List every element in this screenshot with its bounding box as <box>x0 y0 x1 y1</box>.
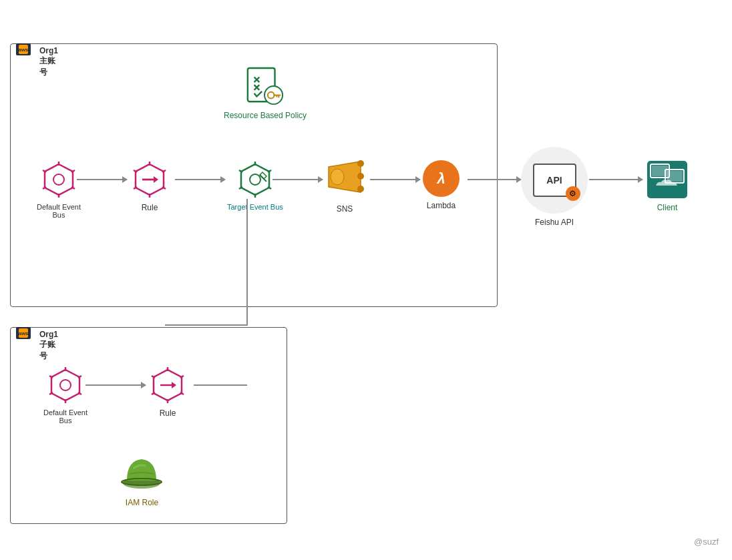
sns-label: SNS <box>337 204 353 214</box>
aws-logo-sub: aws <box>19 328 28 338</box>
iam-role: IAM Role <box>120 454 164 507</box>
client: Client <box>647 160 688 212</box>
aws-logo-main: aws <box>19 45 28 54</box>
default-event-bus-2-label: Default Event Bus <box>39 408 92 425</box>
target-event-bus-label: Target Event Bus <box>227 203 283 211</box>
default-event-bus-2: Default Event Bus <box>39 366 92 425</box>
rule-2: Rule <box>148 366 187 418</box>
api-text: API <box>546 175 562 186</box>
sub-org-label: Org1 子账号 <box>39 330 58 362</box>
lambda-icon: λ <box>423 160 460 197</box>
arrow-sub-2 <box>194 384 247 386</box>
svg-point-40 <box>357 186 364 192</box>
rule-2-label: Rule <box>160 408 176 418</box>
resource-based-policy: Resource Based Policy <box>224 67 307 120</box>
lambda-label: Lambda <box>427 201 455 210</box>
svg-point-54 <box>60 380 71 390</box>
watermark: @suzf <box>694 537 719 547</box>
svg-marker-25 <box>154 176 158 183</box>
arrow-1 <box>77 179 127 180</box>
vertical-connector <box>246 199 248 326</box>
target-event-bus: Target Event Bus <box>227 160 283 211</box>
api-gateway-circle: API ⚙ <box>521 147 588 214</box>
svg-marker-62 <box>172 382 176 388</box>
arrow-6 <box>589 179 643 180</box>
svg-point-38 <box>357 160 364 167</box>
main-aws-badge: aws Org1 主账号 <box>16 43 31 55</box>
arrow-3 <box>272 179 323 180</box>
client-label: Client <box>657 203 678 212</box>
svg-point-17 <box>53 174 64 185</box>
arrow-2 <box>175 179 225 180</box>
arrow-5 <box>468 179 521 180</box>
iam-role-label: IAM Role <box>126 498 158 507</box>
default-event-bus-1-label: Default Event Bus <box>32 203 85 219</box>
lambda: λ Lambda <box>423 160 460 210</box>
svg-marker-47 <box>51 370 79 400</box>
rbp-icon <box>245 67 285 107</box>
svg-point-34 <box>250 174 260 185</box>
arrow-sub-1 <box>85 384 146 386</box>
svg-point-41 <box>331 169 344 185</box>
horizontal-connector <box>165 324 248 326</box>
arrow-4 <box>370 179 420 180</box>
feishu-api-label: Feishu API <box>535 218 574 227</box>
sns: SNS <box>325 160 364 214</box>
diagram: aws Org1 主账号 aws Org1 子账号 <box>0 0 732 560</box>
svg-point-39 <box>357 173 364 180</box>
api-icon: API ⚙ <box>533 164 576 197</box>
api-gear: ⚙ <box>566 186 580 201</box>
rbp-label: Resource Based Policy <box>224 111 307 120</box>
rule-1-label: Rule <box>142 203 158 212</box>
main-org-label: Org1 主账号 <box>39 46 58 78</box>
feishu-api: API ⚙ Feishu API <box>521 147 588 227</box>
sub-aws-badge: aws Org1 子账号 <box>16 327 31 339</box>
rule-1: Rule <box>130 160 169 212</box>
default-event-bus-1: Default Event Bus <box>32 160 85 219</box>
svg-marker-10 <box>45 164 73 195</box>
